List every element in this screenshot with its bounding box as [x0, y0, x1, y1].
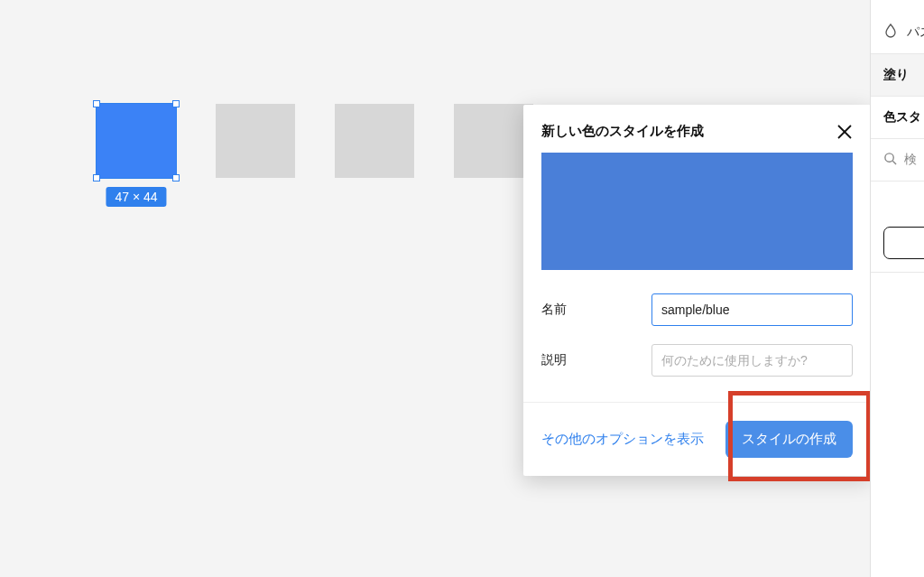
resize-handle-sw[interactable]: [93, 174, 100, 181]
name-input[interactable]: [651, 293, 853, 326]
color-style-label: 色スタ: [883, 109, 924, 126]
resize-handle-nw[interactable]: [93, 100, 100, 107]
canvas-rect[interactable]: [335, 104, 414, 178]
selection-size-badge: 47 × 44: [106, 187, 166, 207]
canvas-rect[interactable]: [216, 104, 295, 178]
description-input[interactable]: [651, 344, 853, 377]
pass-label: パス: [907, 24, 924, 41]
properties-panel: パス 塗り 色スタ 検 色: [870, 0, 924, 577]
name-label: 名前: [541, 302, 651, 318]
teardrop-icon: [883, 23, 898, 41]
create-color-style-modal: 新しい色のスタイルを作成 名前 説明 その他のオプションを表示 スタイルの作成: [523, 105, 871, 476]
close-icon[interactable]: [836, 124, 853, 140]
resize-handle-se[interactable]: [172, 174, 180, 181]
canvas-area[interactable]: 47 × 44 新しい色のスタイルを作成 名前 説明 その他のオプションを表示 …: [0, 0, 924, 577]
color-swatch-slot[interactable]: [883, 227, 924, 259]
svg-line-3: [892, 161, 896, 164]
modal-title: 新しい色のスタイルを作成: [541, 123, 704, 140]
search-placeholder[interactable]: 検: [904, 152, 917, 168]
canvas-rect[interactable]: [454, 104, 533, 178]
more-options-button[interactable]: その他のオプションを表示: [541, 431, 704, 448]
description-label: 説明: [541, 352, 651, 368]
resize-handle-ne[interactable]: [172, 100, 180, 107]
no-color-hint: 色: [883, 194, 924, 210]
search-icon: [883, 152, 897, 168]
svg-point-2: [885, 154, 893, 162]
create-style-button[interactable]: スタイルの作成: [725, 421, 853, 458]
fill-section-label: 塗り: [883, 67, 924, 83]
color-preview-swatch[interactable]: [541, 153, 853, 270]
canvas-rect-selected[interactable]: 47 × 44: [97, 104, 176, 178]
